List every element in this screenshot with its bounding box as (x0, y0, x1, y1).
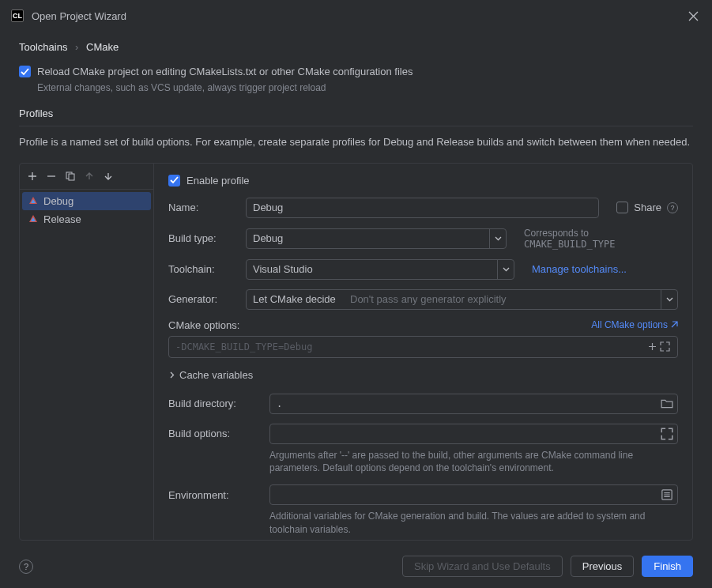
environment-editor-button[interactable] (661, 488, 673, 501)
cmake-options-label: CMake options: (168, 319, 239, 331)
build-type-select[interactable] (246, 228, 507, 249)
environment-hint: Additional variables for CMake generatio… (269, 510, 678, 537)
build-type-label: Build type: (168, 232, 239, 244)
expand-icon (660, 341, 670, 352)
cache-variables-label: Cache variables (179, 369, 253, 381)
remove-profile-button[interactable] (43, 168, 60, 185)
copy-icon (65, 171, 76, 182)
help-button[interactable]: ? (19, 560, 33, 574)
close-button[interactable] (685, 8, 701, 24)
breadcrumb: Toolchains › CMake (19, 32, 693, 66)
arrow-down-icon (103, 171, 114, 182)
share-checkbox[interactable] (616, 202, 628, 213)
app-icon: CL (11, 9, 24, 22)
plus-icon (27, 171, 38, 182)
breadcrumb-cmake[interactable]: CMake (86, 41, 119, 53)
move-down-button[interactable] (100, 168, 117, 185)
environment-input[interactable] (269, 484, 678, 505)
copy-profile-button[interactable] (62, 168, 79, 185)
enable-profile-label: Enable profile (186, 175, 250, 187)
plus-icon (647, 341, 657, 352)
add-option-button[interactable] (646, 341, 658, 353)
profiles-header: Profiles (19, 104, 693, 126)
checkmark-icon (170, 176, 179, 184)
toolchain-select[interactable] (246, 259, 514, 280)
browse-folder-button[interactable] (661, 398, 673, 410)
build-dir-label: Build directory: (168, 398, 263, 409)
profile-item-label: Debug (43, 195, 73, 207)
external-link-icon (670, 321, 678, 329)
build-options-input[interactable] (269, 424, 678, 444)
build-options-label: Build options: (168, 428, 263, 439)
share-help-icon[interactable]: ? (667, 202, 678, 213)
finish-button[interactable]: Finish (642, 556, 693, 577)
profile-item-label: Release (43, 213, 81, 225)
skip-wizard-button[interactable]: Skip Wizard and Use Defaults (402, 556, 563, 577)
breadcrumb-toolchains[interactable]: Toolchains (19, 41, 67, 53)
cache-variables-toggle[interactable]: Cache variables (168, 369, 678, 381)
arrow-up-icon (84, 171, 95, 182)
name-label: Name: (168, 202, 239, 213)
environment-label: Environment: (168, 489, 263, 501)
move-up-button[interactable] (81, 168, 98, 185)
profile-icon (28, 213, 39, 224)
all-cmake-options-link[interactable]: All CMake options (591, 319, 678, 330)
profile-item-release[interactable]: Release (22, 210, 151, 228)
cmake-options-input[interactable]: -DCMAKE_BUILD_TYPE=Debug (168, 336, 678, 358)
chevron-right-icon (168, 371, 175, 379)
build-dir-input[interactable] (269, 394, 678, 414)
name-input[interactable] (246, 198, 599, 218)
build-type-note: Corresponds to CMAKE_BUILD_TYPE (524, 228, 678, 250)
folder-icon (661, 398, 673, 410)
expand-build-options-button[interactable] (661, 428, 673, 440)
close-icon (688, 11, 699, 21)
profile-icon (28, 195, 39, 206)
enable-profile-checkbox[interactable] (168, 175, 180, 187)
expand-button[interactable] (658, 341, 671, 353)
previous-button[interactable]: Previous (571, 556, 635, 577)
manage-toolchains-link[interactable]: Manage toolchains... (532, 263, 627, 275)
generator-select[interactable] (246, 289, 678, 310)
minus-icon (46, 171, 57, 182)
reload-hint: External changes, such as VCS update, al… (37, 82, 693, 93)
profiles-description: Profile is a named set of build options.… (19, 134, 693, 150)
list-icon (661, 488, 673, 501)
svg-rect-1 (69, 174, 74, 180)
build-options-hint: Arguments after '--' are passed to the b… (269, 449, 678, 476)
profile-item-debug[interactable]: Debug (22, 192, 151, 210)
window-title: Open Project Wizard (32, 10, 126, 22)
reload-label: Reload CMake project on editing CMakeLis… (37, 66, 413, 77)
toolchain-label: Toolchain: (168, 263, 239, 275)
checkmark-icon (21, 68, 29, 76)
share-label: Share (634, 202, 661, 213)
add-profile-button[interactable] (24, 168, 41, 185)
expand-icon (661, 428, 673, 440)
reload-checkbox[interactable] (19, 66, 31, 77)
generator-label: Generator: (168, 293, 239, 305)
